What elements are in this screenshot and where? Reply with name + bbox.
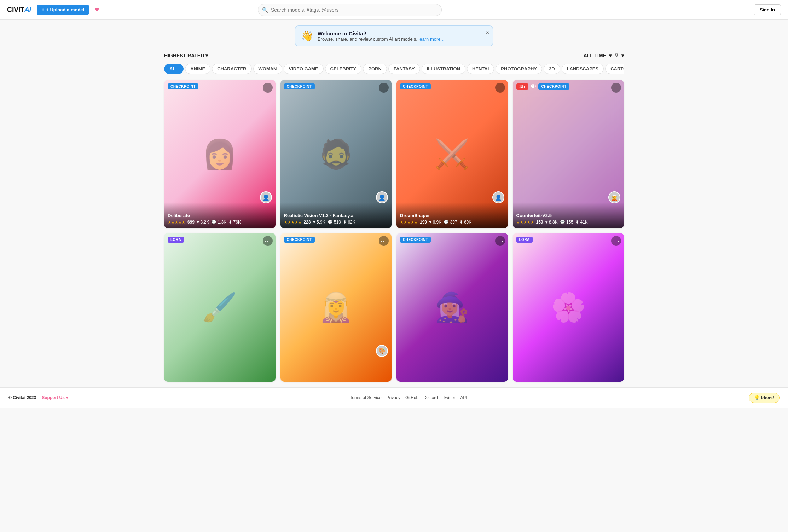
card-title: Realistic Vision V1.3 - Fantasy.ai [284,213,388,218]
model-card-jade-painting[interactable]: 🧝‍♀️CHECKPOINT⋯🎨 [280,233,392,381]
category-tabs: ALLANIMECHARACTERWOMANVIDEO GAMECELEBRIT… [164,63,624,74]
banner-learn-more-link[interactable]: learn more... [418,36,444,42]
type-badge: CHECKPOINT [284,83,315,89]
card-menu-button[interactable]: ⋯ [263,236,273,246]
model-card-counterfeit[interactable]: 18+👁CHECKPOINT⋯🧝Counterfeit-V2.5 ★★★★★ 1… [513,80,624,228]
type-badge: CHECKPOINT [400,83,431,89]
likes-stat: ♥ 8.2K [197,220,209,225]
model-card-deliberate[interactable]: 👩CHECKPOINT⋯👤Deliberate ★★★★★ 699 ♥ 8.2K… [164,80,276,228]
comments-stat: 💬 1.3K [211,220,226,225]
star-rating: ★★★★★ [400,220,418,225]
card-image-magic-wand: 🧙‍♀️CHECKPOINT⋯ [396,233,508,381]
footer-link-discord[interactable]: Discord [423,395,438,400]
card-badges: LORA [168,237,184,243]
cat-tab-fantasy[interactable]: FANTASY [388,64,420,74]
model-grid: 👩CHECKPOINT⋯👤Deliberate ★★★★★ 699 ♥ 8.2K… [164,80,624,382]
rating-count: 223 [304,220,311,225]
cat-tab-photography[interactable]: PHOTOGRAPHY [496,64,542,74]
card-menu-button[interactable]: ⋯ [263,83,273,93]
card-title: DreamShaper [400,213,504,218]
likes-stat: ♥ 8.8K [545,220,558,225]
likes-stat: ♥ 5.9K [313,220,325,225]
plus-icon: + [42,7,45,12]
model-card-ink-painting[interactable]: 🖌️LORA⋯ [164,233,276,381]
favorite-button[interactable]: ♥ [95,6,99,14]
cat-tab-anime[interactable]: ANIME [185,64,210,74]
sign-in-button[interactable]: Sign In [754,4,781,15]
upload-button[interactable]: + + Upload a model [37,5,89,15]
cat-tab-illustration[interactable]: ILLUSTRATION [422,64,465,74]
model-card-realistic-vision[interactable]: 🧔CHECKPOINT⋯👤Realistic Vision V1.3 - Fan… [280,80,392,228]
card-stats: ★★★★★ 199 ♥ 6.9K 💬 397 ⬇ 60K [400,220,504,225]
main-header: CIVITAI + + Upload a model ♥ 🔍 Sign In [0,0,788,20]
card-character-emoji: 🖌️ [202,291,237,324]
support-label: Support Us [42,395,65,400]
cat-tab-porn[interactable]: PORN [363,64,387,74]
model-card-magic-wand[interactable]: 🧙‍♀️CHECKPOINT⋯ [396,233,508,381]
comments-stat: 💬 510 [328,220,341,225]
banner-close-button[interactable]: × [486,29,489,36]
logo[interactable]: CIVITAI [7,6,31,14]
time-filter[interactable]: ALL TIME ▾ ⊽ ▾ [584,52,624,59]
cat-tab-cartoon[interactable]: CARTOON [605,64,624,74]
card-title: Counterfeit-V2.5 [516,213,621,218]
card-menu-button[interactable]: ⋯ [379,83,389,93]
cat-tab-landscapes[interactable]: LANDSCAPES [562,64,604,74]
card-menu-button[interactable]: ⋯ [611,83,621,93]
card-badges: CHECKPOINT [168,83,198,89]
card-info-overlay: DreamShaper ★★★★★ 199 ♥ 6.9K 💬 397 ⬇ 60K [396,202,508,228]
card-menu-button[interactable]: ⋯ [611,236,621,246]
card-character-emoji: 🧔 [318,138,354,171]
banner-title: Welcome to Civitai! [318,30,444,36]
logo-text-civit: CIVIT [7,6,24,14]
wave-emoji: 👋 [301,30,313,42]
cat-tab-character[interactable]: CHARACTER [212,64,251,74]
funnel-icon: ⊽ [614,52,619,59]
card-character-emoji: 🌸 [551,291,586,324]
time-arrow-icon: ▾ [609,53,612,58]
card-avatar: 👤 [260,191,272,203]
cat-tab-video-game[interactable]: VIDEO GAME [284,64,324,74]
cat-tab-all[interactable]: ALL [164,64,184,74]
card-menu-button[interactable]: ⋯ [495,236,505,246]
support-us-link[interactable]: Support Us ♥ [42,395,68,400]
main-content: 👋 Welcome to Civitai! Browse, share, and… [157,20,631,387]
model-card-anime-girl[interactable]: 🌸LORA⋯ [513,233,624,381]
search-input[interactable] [258,4,442,16]
type-badge: CHECKPOINT [284,237,315,243]
footer-link-privacy[interactable]: Privacy [387,395,400,400]
search-icon: 🔍 [262,7,268,13]
likes-stat: ♥ 6.9K [429,220,441,225]
star-rating: ★★★★★ [284,220,302,225]
card-menu-button[interactable]: ⋯ [495,83,505,93]
sort-label-text: HIGHEST RATED [164,53,204,58]
rating-count: 199 [420,220,427,225]
footer-link-twitter[interactable]: Twitter [443,395,455,400]
banner-description: Browse, share, and review custom AI art … [318,36,444,42]
cat-tab-3d[interactable]: 3D [544,64,560,74]
card-avatar: 🎨 [376,345,388,357]
filter-bar: HIGHEST RATED ▾ ALL TIME ▾ ⊽ ▾ [164,52,624,59]
footer-link-github[interactable]: GitHub [405,395,418,400]
model-card-dreamshaper[interactable]: ⚔️CHECKPOINT⋯👤DreamShaper ★★★★★ 199 ♥ 6.… [396,80,508,228]
card-badges: CHECKPOINT [284,83,315,89]
comments-stat: 💬 397 [444,220,457,225]
cat-tab-hentai[interactable]: HENTAI [467,64,494,74]
card-menu-button[interactable]: ⋯ [379,236,389,246]
downloads-stat: ⬇ 76K [228,220,241,225]
card-image-counterfeit: 18+👁CHECKPOINT⋯🧝Counterfeit-V2.5 ★★★★★ 1… [513,80,624,228]
card-info-overlay: Deliberate ★★★★★ 699 ♥ 8.2K 💬 1.3K ⬇ 76K [164,202,276,228]
cat-tab-woman[interactable]: WOMAN [253,64,282,74]
footer-link-terms-of-service[interactable]: Terms of Service [350,395,381,400]
copyright: © Civitai 2023 [8,395,36,400]
eye-icon: 👁 [531,83,537,90]
type-badge: LORA [168,237,184,243]
card-image-ink-painting: 🖌️LORA⋯ [164,233,276,381]
footer-link-api[interactable]: API [460,395,467,400]
ideas-button[interactable]: 💡 Ideas! [749,393,780,403]
sort-label[interactable]: HIGHEST RATED ▾ [164,53,208,58]
card-badges: LORA [516,237,533,243]
star-rating: ★★★★★ [516,220,534,225]
type-badge: CHECKPOINT [400,237,431,243]
cat-tab-celebrity[interactable]: CELEBRITY [325,64,362,74]
